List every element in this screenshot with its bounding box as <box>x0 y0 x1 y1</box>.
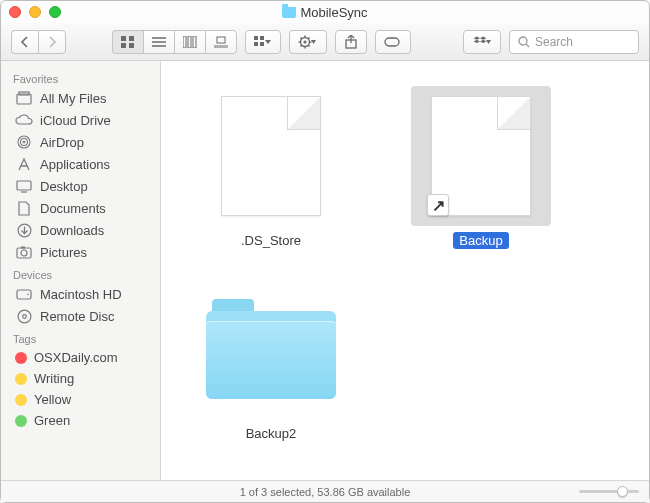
back-button[interactable] <box>11 30 38 54</box>
icon-size-slider[interactable] <box>579 490 639 493</box>
svg-rect-0 <box>121 36 126 41</box>
svg-line-23 <box>301 37 303 39</box>
svg-rect-43 <box>21 246 25 248</box>
icloud-icon <box>15 112 33 128</box>
tag-dot-icon <box>15 415 27 427</box>
svg-rect-1 <box>129 36 134 41</box>
sidebar-tag-yellow[interactable]: Yellow <box>1 389 160 410</box>
all-my-files-icon <box>15 90 33 106</box>
sidebar-item-desktop[interactable]: Desktop <box>1 175 160 197</box>
forward-button[interactable] <box>38 30 66 54</box>
icon-view-button[interactable] <box>112 30 143 54</box>
sidebar-item-label: Macintosh HD <box>40 287 122 302</box>
sidebar-item-label: Writing <box>34 371 74 386</box>
sidebar-item-all-my-files[interactable]: All My Files <box>1 87 160 109</box>
sidebar: Favorites All My Files iCloud Drive AirD… <box>1 61 161 480</box>
sidebar-tag-osxdaily[interactable]: OSXDaily.com <box>1 347 160 368</box>
sidebar-item-macintosh-hd[interactable]: Macintosh HD <box>1 283 160 305</box>
svg-point-45 <box>27 293 29 295</box>
window-title-text: MobileSync <box>300 5 367 20</box>
svg-line-24 <box>308 45 310 47</box>
search-placeholder: Search <box>535 35 573 49</box>
sidebar-item-downloads[interactable]: Downloads <box>1 219 160 241</box>
file-label: .DS_Store <box>235 232 307 249</box>
sidebar-item-remote-disc[interactable]: Remote Disc <box>1 305 160 327</box>
tag-dot-icon <box>15 373 27 385</box>
sidebar-item-label: Yellow <box>34 392 71 407</box>
close-window-button[interactable] <box>9 6 21 18</box>
zoom-window-button[interactable] <box>49 6 61 18</box>
toolbar: Search <box>1 23 649 61</box>
sidebar-item-label: Downloads <box>40 223 104 238</box>
svg-line-26 <box>308 37 310 39</box>
airdrop-icon <box>15 134 33 150</box>
finder-window: MobileSync Search Favorites All My Files <box>0 0 650 503</box>
column-view-button[interactable] <box>174 30 205 54</box>
alias-badge-icon: ↗ <box>427 194 449 216</box>
share-button[interactable] <box>335 30 367 54</box>
status-text: 1 of 3 selected, 53.86 GB available <box>240 486 411 498</box>
sidebar-item-pictures[interactable]: Pictures <box>1 241 160 263</box>
window-title: MobileSync <box>1 5 649 20</box>
sidebar-item-label: iCloud Drive <box>40 113 111 128</box>
svg-point-42 <box>21 250 27 256</box>
sidebar-item-applications[interactable]: Applications <box>1 153 160 175</box>
sidebar-item-airdrop[interactable]: AirDrop <box>1 131 160 153</box>
folder-icon <box>282 7 296 18</box>
sidebar-item-icloud[interactable]: iCloud Drive <box>1 109 160 131</box>
sidebar-item-label: Pictures <box>40 245 87 260</box>
sidebar-header-favorites: Favorites <box>1 67 160 87</box>
file-browser[interactable]: .DS_Store↗BackupBackup2 <box>161 61 649 480</box>
remote-disc-icon <box>15 308 33 324</box>
action-button[interactable] <box>289 30 327 54</box>
sidebar-item-documents[interactable]: Documents <box>1 197 160 219</box>
svg-point-18 <box>303 40 306 43</box>
sidebar-item-label: Applications <box>40 157 110 172</box>
svg-rect-9 <box>193 36 196 48</box>
sidebar-tag-writing[interactable]: Writing <box>1 368 160 389</box>
svg-rect-7 <box>183 36 186 48</box>
sidebar-header-tags: Tags <box>1 327 160 347</box>
tag-dot-icon <box>15 352 27 364</box>
svg-rect-37 <box>17 181 31 190</box>
arrange-button[interactable] <box>245 30 281 54</box>
minimize-window-button[interactable] <box>29 6 41 18</box>
coverflow-view-button[interactable] <box>205 30 237 54</box>
file-item[interactable]: ↗Backup <box>401 86 561 249</box>
file-label: Backup <box>453 232 508 249</box>
folder-icon <box>201 279 341 419</box>
svg-point-47 <box>22 314 26 318</box>
svg-rect-44 <box>17 290 31 299</box>
svg-rect-16 <box>260 42 264 46</box>
svg-point-30 <box>519 37 527 45</box>
desktop-icon <box>15 178 33 194</box>
sidebar-header-devices: Devices <box>1 263 160 283</box>
file-item[interactable]: Backup2 <box>191 279 351 442</box>
sidebar-tag-green[interactable]: Green <box>1 410 160 431</box>
sidebar-item-label: Remote Disc <box>40 309 114 324</box>
tag-dot-icon <box>15 394 27 406</box>
svg-rect-8 <box>188 36 191 48</box>
svg-rect-13 <box>254 36 258 40</box>
nav-back-forward <box>11 30 66 54</box>
downloads-icon <box>15 222 33 238</box>
svg-point-46 <box>18 310 31 323</box>
hard-disk-icon <box>15 286 33 302</box>
svg-line-25 <box>301 45 303 47</box>
dropbox-button[interactable] <box>463 30 501 54</box>
file-item[interactable]: .DS_Store <box>191 86 351 249</box>
documents-icon <box>15 200 33 216</box>
tags-button[interactable] <box>375 30 411 54</box>
sidebar-item-label: AirDrop <box>40 135 84 150</box>
svg-rect-10 <box>217 37 225 43</box>
sidebar-item-label: All My Files <box>40 91 106 106</box>
svg-point-36 <box>23 141 26 144</box>
svg-line-31 <box>526 44 529 47</box>
pictures-icon <box>15 244 33 260</box>
status-bar: 1 of 3 selected, 53.86 GB available <box>1 480 649 502</box>
list-view-button[interactable] <box>143 30 174 54</box>
applications-icon <box>15 156 33 172</box>
view-mode-segment <box>112 30 237 54</box>
search-field[interactable]: Search <box>509 30 639 54</box>
titlebar: MobileSync <box>1 1 649 23</box>
